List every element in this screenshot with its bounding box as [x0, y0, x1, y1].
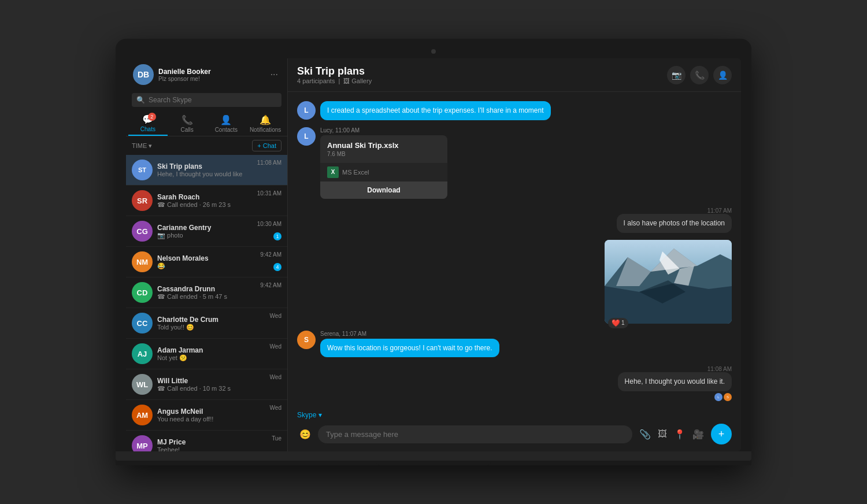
- chat-time: 9:42 AM: [260, 282, 281, 288]
- gallery-icon: 🖼: [343, 77, 350, 84]
- message-bubble: Wow this location is gorgeous! I can't w…: [320, 339, 499, 358]
- chat-subtitle: 4 participants | 🖼 Gallery: [297, 77, 667, 84]
- list-item[interactable]: WL Will Little ☎ Call ended · 10 m 32 s …: [126, 369, 287, 400]
- avatar: CD: [132, 282, 153, 303]
- chat-header-info: Ski Trip plans 4 participants | 🖼 Galler…: [297, 65, 667, 84]
- chat-preview: ☎ Call ended · 10 m 32 s: [157, 385, 281, 392]
- search-input[interactable]: [149, 96, 277, 104]
- avatar: WL: [132, 374, 153, 395]
- video-button[interactable]: 🎥: [690, 427, 706, 442]
- add-person-button[interactable]: 👤: [713, 66, 732, 84]
- list-item[interactable]: MP MJ Price Teehee! Tue: [126, 431, 287, 451]
- chat-time: Wed: [270, 374, 281, 380]
- message-content: 11:07 AM I also have photos of the locat…: [617, 206, 732, 233]
- chat-name: Adam Jarman: [157, 346, 281, 354]
- divider: |: [338, 77, 340, 84]
- chat-time: 11:08 AM: [257, 160, 281, 166]
- message-timestamp: 11:08 AM: [618, 366, 732, 372]
- message-sender: Lucy, 11:00 AM: [320, 127, 447, 134]
- tab-contacts-label: Contacts: [215, 127, 238, 133]
- attachment-button[interactable]: 📎: [637, 427, 653, 442]
- laptop-camera: [431, 49, 436, 54]
- profile-subtitle: Plz sponsor me!: [158, 76, 264, 82]
- message-bubble: I also have photos of the location: [617, 214, 732, 233]
- skype-label-text: Skype ▾: [297, 411, 322, 419]
- download-button[interactable]: Download: [320, 181, 447, 199]
- message-timestamp: 11:07 AM: [617, 207, 732, 214]
- time-filter[interactable]: TIME ▾: [132, 142, 152, 150]
- message-row: ❤️ 1: [297, 240, 732, 324]
- unread-badge: 4: [273, 263, 281, 271]
- chat-time: Tue: [272, 435, 281, 442]
- chat-info: Adam Jarman Not yet 😕: [157, 346, 281, 362]
- avatar: AJ: [132, 343, 153, 364]
- list-item[interactable]: CG Carianne Gentry 📷 photo 10:30 AM 1: [126, 216, 287, 247]
- tab-notifications[interactable]: 🔔 Notifications: [246, 110, 285, 136]
- tab-contacts[interactable]: 👤 Contacts: [207, 110, 246, 136]
- voice-call-button[interactable]: 📞: [690, 66, 709, 84]
- list-item[interactable]: ST Ski Trip plans Hehe, I thought you wo…: [126, 155, 287, 186]
- chat-time: Wed: [270, 313, 281, 319]
- send-button[interactable]: +: [711, 424, 732, 444]
- chat-preview: Told you!! 😊: [157, 324, 281, 331]
- chat-name: Will Little: [157, 377, 281, 385]
- list-item[interactable]: CD Cassandra Drunn ☎ Call ended · 5 m 47…: [126, 277, 287, 308]
- chat-time: Wed: [270, 405, 281, 411]
- chat-preview: ☎ Call ended · 5 m 47 s: [157, 293, 281, 301]
- avatar: L: [297, 127, 316, 146]
- chat-info: MJ Price Teehee!: [157, 438, 281, 451]
- message-row: S Serena, 11:07 AM Wow this location is …: [297, 331, 732, 358]
- more-button[interactable]: ···: [268, 67, 280, 82]
- chat-info: Charlotte De Crum Told you!! 😊: [157, 316, 281, 331]
- file-type-row: X MS Excel: [320, 163, 447, 181]
- chats-badge: 2: [148, 113, 156, 121]
- seen-avatar: S: [724, 393, 732, 401]
- gallery-link[interactable]: 🖼 Gallery: [343, 77, 372, 84]
- image-button[interactable]: 🖼: [655, 427, 669, 442]
- emoji-button[interactable]: 😊: [297, 427, 313, 442]
- file-card: Annual Ski Trip.xslx 7.6 MB X MS Excel D…: [320, 135, 447, 199]
- message-row: 11:07 AM I also have photos of the locat…: [297, 206, 732, 233]
- input-actions: 📎 🖼 📍 🎥: [637, 427, 706, 442]
- chat-time: Wed: [270, 343, 281, 350]
- list-item[interactable]: AM Angus McNeil You need a day off!! Wed: [126, 400, 287, 431]
- chat-preview: Not yet 😕: [157, 354, 281, 362]
- file-name: Annual Ski Trip.xslx: [327, 141, 440, 150]
- contacts-icon: 👤: [220, 114, 232, 125]
- participants-count: 4 participants: [297, 77, 335, 84]
- search-bar[interactable]: 🔍: [132, 93, 281, 107]
- tab-chats-label: Chats: [140, 126, 155, 132]
- sidebar-profile: DB Danielle Booker Plz sponsor me! ···: [126, 58, 287, 91]
- laptop-base: [116, 451, 751, 461]
- location-button[interactable]: 📍: [672, 427, 688, 442]
- reaction-bar: ❤️ 1: [608, 318, 628, 328]
- message-input[interactable]: [318, 425, 632, 443]
- tab-calls[interactable]: 📞 Calls: [168, 110, 207, 136]
- list-item[interactable]: AJ Adam Jarman Not yet 😕 Wed: [126, 339, 287, 369]
- new-chat-button[interactable]: + Chat: [252, 140, 281, 151]
- chat-time: 10:30 AM: [257, 221, 281, 227]
- profile-info: Danielle Booker Plz sponsor me!: [158, 68, 264, 82]
- list-item[interactable]: SR Sarah Roach ☎ Call ended · 26 m 23 s …: [126, 186, 287, 216]
- chat-title: Ski Trip plans: [297, 65, 667, 77]
- list-item[interactable]: CC Charlotte De Crum Told you!! 😊 Wed: [126, 308, 287, 339]
- tab-chats[interactable]: 💬 Chats 2: [128, 110, 168, 136]
- avatar: CG: [132, 221, 153, 242]
- sidebar: DB Danielle Booker Plz sponsor me! ··· 🔍…: [126, 58, 288, 451]
- message-content: Lucy, 11:00 AM Annual Ski Trip.xslx 7.6 …: [320, 127, 447, 199]
- chat-preview: ☎ Call ended · 26 m 23 s: [157, 201, 281, 209]
- message-row: L I created a spreadsheet about the trip…: [297, 101, 732, 120]
- notifications-icon: 🔔: [260, 114, 271, 125]
- seen-icons: L S: [618, 393, 732, 401]
- avatar: ST: [132, 160, 153, 180]
- file-app: MS Excel: [342, 169, 369, 176]
- skype-label[interactable]: Skype ▾: [288, 407, 741, 419]
- video-call-button[interactable]: 📷: [667, 66, 686, 84]
- chat-preview: 😂: [157, 262, 281, 270]
- photo-container: ❤️ 1: [605, 240, 732, 324]
- message-content: ❤️ 1: [605, 240, 732, 324]
- file-size: 7.6 MB: [327, 151, 440, 157]
- list-item[interactable]: NM Nelson Morales 😂 9:42 AM 4: [126, 247, 287, 277]
- avatar: AM: [132, 405, 153, 425]
- chat-name: Charlotte De Crum: [157, 316, 281, 324]
